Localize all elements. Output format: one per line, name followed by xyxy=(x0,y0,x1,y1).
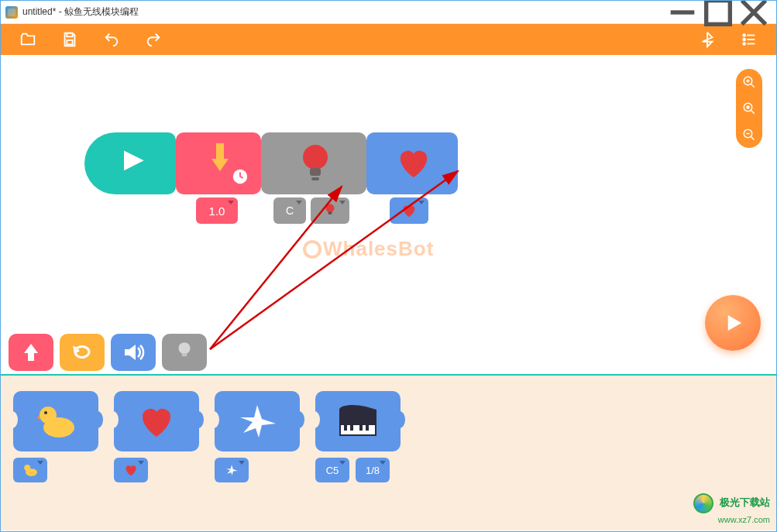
minimize-button[interactable] xyxy=(665,1,700,24)
plane-param[interactable] xyxy=(215,458,249,482)
watermark: WhalesBot xyxy=(303,237,434,261)
piano-icon xyxy=(335,402,381,441)
category-tabs xyxy=(9,334,207,371)
canvas[interactable]: WhalesBot 1.0 C xyxy=(1,55,776,372)
loop-icon xyxy=(70,342,94,362)
svg-rect-42 xyxy=(366,425,369,431)
svg-point-8 xyxy=(743,39,745,41)
bulb-mini-icon xyxy=(323,202,337,219)
undo-button[interactable] xyxy=(91,24,132,55)
block-palette: C5 1/8 xyxy=(1,376,776,530)
category-sound[interactable] xyxy=(111,334,156,371)
svg-point-6 xyxy=(743,34,745,36)
workspace: WhalesBot 1.0 C xyxy=(1,55,776,531)
light-port-param[interactable]: C xyxy=(273,197,306,224)
svg-point-24 xyxy=(303,145,328,170)
svg-line-17 xyxy=(751,110,755,114)
svg-rect-26 xyxy=(311,177,319,180)
palette-item-heart[interactable] xyxy=(114,391,199,515)
zoom-reset-button[interactable] xyxy=(741,100,758,117)
light-color-param[interactable] xyxy=(311,197,349,224)
zoom-controls xyxy=(736,69,762,148)
wait-duration-param[interactable]: 1.0 xyxy=(196,197,238,224)
category-loop[interactable] xyxy=(60,334,105,371)
bulb-cat-icon xyxy=(176,341,193,364)
svg-rect-25 xyxy=(310,168,321,176)
category-light[interactable] xyxy=(162,334,207,371)
close-button[interactable] xyxy=(736,1,772,24)
app-icon xyxy=(5,6,18,19)
bulb-icon xyxy=(300,142,331,185)
window-title: untitled* - 鲸鱼无线模块编程 xyxy=(22,5,139,19)
plane-icon xyxy=(236,402,279,441)
svg-line-20 xyxy=(751,136,755,140)
svg-rect-41 xyxy=(359,425,363,431)
heart-pal-icon xyxy=(137,404,176,438)
svg-point-31 xyxy=(179,342,191,354)
bluetooth-button[interactable] xyxy=(686,24,728,55)
svg-point-35 xyxy=(44,411,47,414)
svg-point-37 xyxy=(24,465,30,471)
light-block[interactable] xyxy=(261,132,366,194)
svg-line-13 xyxy=(751,84,755,88)
flag-icon xyxy=(115,146,150,180)
svg-point-34 xyxy=(40,407,57,424)
wait-block[interactable] xyxy=(176,132,261,194)
svg-point-18 xyxy=(747,106,749,108)
speaker-icon xyxy=(122,342,145,363)
palette-item-duck[interactable] xyxy=(13,391,98,515)
piano-beat-param[interactable]: 1/8 xyxy=(356,458,390,482)
title-bar: untitled* - 鲸鱼无线模块编程 xyxy=(1,1,776,24)
duck-param[interactable] xyxy=(13,458,47,482)
start-block[interactable] xyxy=(84,132,176,194)
duck-icon xyxy=(34,403,77,440)
svg-point-27 xyxy=(326,204,335,212)
maximize-button[interactable] xyxy=(700,1,736,24)
svg-rect-22 xyxy=(216,143,224,160)
piano-note-param[interactable]: C5 xyxy=(315,458,349,482)
svg-rect-28 xyxy=(328,212,332,215)
site-badge: 极光下载站 www.xz7.com xyxy=(693,493,770,525)
download-arrow-icon xyxy=(208,142,232,176)
display-block[interactable] xyxy=(366,132,458,194)
palette-item-plane[interactable] xyxy=(215,391,300,515)
heart-mini-icon xyxy=(401,204,417,218)
redo-button[interactable] xyxy=(132,24,174,55)
svg-rect-39 xyxy=(344,425,347,431)
menu-button[interactable] xyxy=(728,24,770,55)
open-button[interactable] xyxy=(7,24,49,55)
heart-icon xyxy=(396,146,431,179)
heart-param[interactable] xyxy=(114,458,148,482)
site-logo-icon xyxy=(693,493,713,513)
svg-rect-5 xyxy=(67,40,72,44)
save-button[interactable] xyxy=(49,24,91,55)
palette-item-piano[interactable]: C5 1/8 xyxy=(315,391,401,515)
svg-rect-4 xyxy=(67,33,72,37)
play-icon xyxy=(721,311,744,335)
category-upload[interactable] xyxy=(9,334,53,371)
display-pattern-param[interactable] xyxy=(390,197,428,224)
upload-icon xyxy=(21,341,41,364)
clock-icon xyxy=(232,168,249,185)
zoom-out-button[interactable] xyxy=(741,126,758,143)
svg-rect-1 xyxy=(707,0,731,24)
zoom-in-button[interactable] xyxy=(741,74,758,91)
svg-point-10 xyxy=(743,43,745,45)
main-toolbar xyxy=(1,24,776,55)
svg-rect-40 xyxy=(350,425,353,431)
run-button[interactable] xyxy=(705,295,761,351)
svg-rect-32 xyxy=(182,353,187,356)
